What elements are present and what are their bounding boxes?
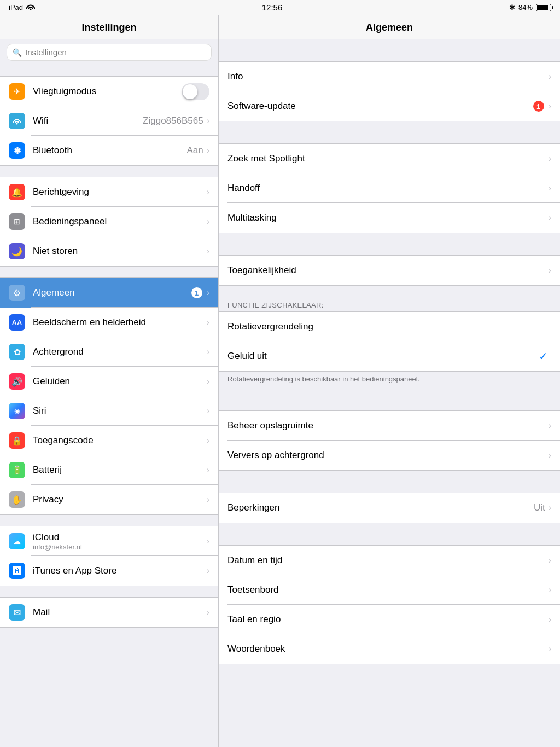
woordenboek-label: Woordenboek [228,644,549,655]
algemeen-icon: ⚙ [9,285,25,301]
rsection-spacer-4 [219,286,560,297]
sidebar-item-privacy[interactable]: ✋ Privacy › [0,485,218,514]
sidebar-item-mail[interactable]: ✉ Mail › [0,598,218,627]
right-row-toetsenbord[interactable]: Toetsenbord › [219,575,560,605]
right-row-woordenboek[interactable]: Woordenboek › [219,634,560,664]
achtergrond-chevron: › [207,347,209,357]
rsection-spacer-3 [219,233,560,244]
wifi-chevron: › [207,116,209,126]
beperkingen-label: Beperkingen [228,502,534,513]
bluetooth-icon: ✱ [509,3,515,11]
battery-percentage: 84% [518,3,533,11]
toegangscode-label: Toegangscode [33,435,207,446]
sidebar-item-nietstoren[interactable]: 🌙 Niet storen › [0,236,218,266]
sidebar-item-itunes[interactable]: 🅰 iTunes en App Store › [0,556,218,586]
right-row-beperkingen[interactable]: Beperkingen Uit › [219,493,560,523]
icloud-sublabel: info@riekster.nl [33,543,207,551]
geluiduit-label: Geluid uit [228,351,539,362]
sidebar-item-vliegtuigmodus[interactable]: ✈ Vliegtuigmodus [0,77,218,106]
right-row-softwareupdate[interactable]: Software-update 1 › [219,91,560,121]
right-row-geluiduit[interactable]: Geluid uit ✓ [219,341,560,371]
sidebar-item-beeldscherm[interactable]: AA Beeldscherm en helderheid › [0,308,218,337]
right-row-rotatievergrendeling[interactable]: Rotatievergrendeling [219,312,560,341]
beperkingen-value: Uit [534,502,545,513]
bluetooth-value: Aan [186,145,203,156]
softwareupdate-badge: 1 [533,101,544,112]
sidebar-item-geluiden[interactable]: 🔊 Geluiden › [0,367,218,396]
right-section-1: Info › Software-update 1 › [219,61,560,121]
right-row-multitasking[interactable]: Multitasking › [219,203,560,233]
sidebar-item-achtergrond[interactable]: ✿ Achtergrond › [0,337,218,367]
achtergrond-label: Achtergrond [33,346,207,357]
sidebar-item-bedieningspaneel[interactable]: ⊞ Bedieningspaneel › [0,207,218,236]
sidebar-item-toegangscode[interactable]: 🔒 Toegangscode › [0,426,218,455]
right-row-toegankelijkheid[interactable]: Toegankelijkheid › [219,256,560,285]
right-section-6: Beperkingen Uit › [219,493,560,523]
geluiden-label: Geluiden [33,376,207,387]
beperkingen-chevron: › [549,503,551,513]
right-row-ververs[interactable]: Ververs op achtergrond › [219,441,560,470]
datum-chevron: › [549,555,551,565]
main-layout: Instellingen 🔍 ✈ Vliegtuigmodus [0,15,560,747]
rsection-spacer-bottom [219,664,560,675]
search-box[interactable]: 🔍 [7,44,212,61]
nietstoren-chevron: › [207,246,209,256]
privacy-chevron: › [207,495,209,505]
ververs-chevron: › [549,450,551,460]
right-row-taal[interactable]: Taal en regio › [219,605,560,634]
left-panel: Instellingen 🔍 ✈ Vliegtuigmodus [0,15,219,747]
sidebar-item-berichtgeving[interactable]: 🔔 Berichtgeving › [0,177,218,207]
sidebar-item-algemeen[interactable]: ⚙ Algemeen 1 › [0,278,218,308]
beeldscherm-icon: AA [9,314,25,331]
right-row-info[interactable]: Info › [219,62,560,91]
battery-icon [536,4,551,11]
bedieningspaneel-label: Bedieningspaneel [33,216,207,227]
search-input[interactable] [25,48,206,57]
spotlight-label: Zoek met Spotlight [228,153,549,164]
bluetooth-icon: ✱ [9,142,25,159]
wifi-icon [26,3,35,11]
batterij-label: Batterij [33,465,207,476]
sidebar-item-wifi[interactable]: Wifi Ziggo856B565 › [0,106,218,136]
softwareupdate-label: Software-update [228,101,533,112]
algemeen-label: Algemeen [33,287,191,298]
right-row-datum[interactable]: Datum en tijd › [219,546,560,575]
right-section-4: Rotatievergrendeling Geluid uit ✓ [219,311,560,372]
settings-section-1: ✈ Vliegtuigmodus Wifi Ziggo856B565 › [0,76,218,166]
vliegtuigmodus-toggle[interactable] [182,83,209,100]
toggle-knob [183,84,197,99]
functie-header: FUNCTIE ZIJSCHAKELAAR: [219,297,560,311]
wifi-value: Ziggo856B565 [143,115,203,126]
rsection-spacer-7 [219,523,560,534]
section-spacer-5 [0,586,218,597]
softwareupdate-chevron: › [549,101,551,111]
beeldscherm-chevron: › [207,317,209,327]
beheer-chevron: › [549,421,551,431]
nietstoren-icon: 🌙 [9,243,25,259]
icloud-chevron: › [207,536,209,546]
siri-chevron: › [207,406,209,416]
toegankelijkheid-label: Toegankelijkheid [228,265,549,276]
siri-icon: ◉ [9,403,25,419]
berichtgeving-chevron: › [207,187,209,197]
sidebar-item-bluetooth[interactable]: ✱ Bluetooth Aan › [0,136,218,165]
section-spacer-1 [0,65,218,76]
sidebar-item-batterij[interactable]: 🔋 Batterij › [0,455,218,485]
right-row-spotlight[interactable]: Zoek met Spotlight › [219,144,560,173]
right-panel: Algemeen Info › Software-update 1 › Zoek… [219,15,560,747]
rsection-spacer-1 [219,39,560,50]
sidebar-item-icloud[interactable]: ☁ iCloud info@riekster.nl › [0,526,218,556]
right-section-7: Datum en tijd › Toetsenbord › Taal en re… [219,545,560,664]
taal-chevron: › [549,615,551,624]
right-row-handoff[interactable]: Handoff › [219,173,560,203]
multitasking-label: Multitasking [228,212,549,223]
mail-chevron: › [207,607,209,617]
wifi-label: Wifi [33,115,143,126]
icloud-label-stack: iCloud info@riekster.nl [33,532,207,551]
right-row-beheer[interactable]: Beheer opslagruimte › [219,411,560,441]
sidebar-item-siri[interactable]: ◉ Siri › [0,396,218,426]
algemeen-badge: 1 [191,287,202,298]
rsection-spacer-2 [219,121,560,132]
toetsenbord-label: Toetsenbord [228,584,549,595]
settings-section-3: ⚙ Algemeen 1 › AA Beeldscherm en helderh… [0,277,218,515]
